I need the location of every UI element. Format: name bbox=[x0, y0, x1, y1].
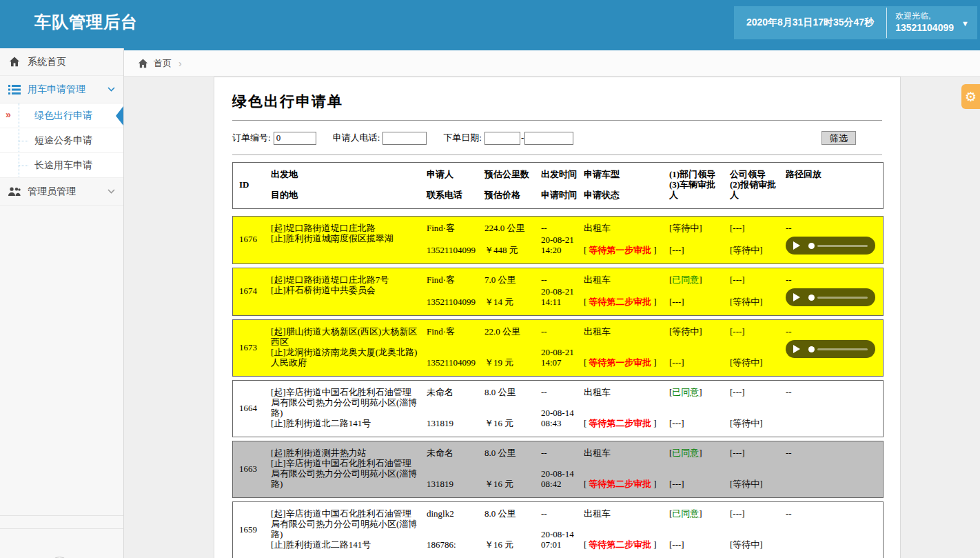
caret-down-icon[interactable]: ▼ bbox=[961, 18, 969, 30]
order-date-from-input[interactable] bbox=[484, 132, 520, 145]
apply-clock: 07:01 bbox=[541, 539, 578, 550]
bracket-close: ] bbox=[699, 223, 702, 233]
sidebar-item-label: 短途公务申请 bbox=[34, 134, 92, 147]
row-estimate: 8.0 公里 ￥16 元 bbox=[481, 381, 538, 437]
breadcrumb-home[interactable]: 首页 bbox=[154, 57, 172, 70]
apply-status-value: 等待第二步审批 bbox=[589, 479, 651, 489]
bracket-close: ] bbox=[742, 326, 744, 337]
player-slider-knob[interactable] bbox=[808, 346, 815, 352]
row-company-leader: [---] [等待中] bbox=[724, 381, 780, 437]
bracket-close: ] bbox=[681, 479, 684, 489]
row-estimate: 224.0 公里 ￥448 元 bbox=[481, 217, 538, 263]
sidebar-item-label: 系统首页 bbox=[28, 56, 66, 68]
row-dept-leader: [已同意] [---] bbox=[663, 441, 724, 497]
app-header: 车队管理后台 2020年8月31日17时35分47秒 欢迎光临, 1352110… bbox=[0, 0, 980, 48]
sidebar-item-green-travel[interactable]: » 绿色出行申请 bbox=[0, 103, 123, 128]
route-player[interactable] bbox=[786, 237, 875, 255]
bracket-close: ] bbox=[759, 357, 762, 368]
apply-date: 20-08-14 bbox=[541, 408, 578, 418]
header-origin: 出发地 bbox=[271, 169, 420, 179]
vehicle-type: 出租车 bbox=[584, 326, 660, 337]
player-track[interactable] bbox=[817, 245, 868, 247]
row-estimate: 22.0 公里 ￥19 元 bbox=[481, 320, 538, 376]
user-box: 2020年8月31日17时35分47秒 欢迎光临, 13521104099 ▼ bbox=[734, 6, 977, 39]
apply-status-value: 等待第二步审批 bbox=[589, 297, 651, 307]
sidebar-item-vehicle-apply[interactable]: 用车申请管理 bbox=[0, 76, 123, 103]
route-player[interactable] bbox=[786, 288, 875, 306]
bracket-close: ] bbox=[699, 326, 702, 337]
vehicle-approver: [---] bbox=[669, 245, 721, 255]
applicant-phone: 186786: bbox=[427, 539, 478, 550]
estimated-distance: 7.0 公里 bbox=[484, 275, 535, 285]
filter-button[interactable]: 筛选 bbox=[821, 131, 856, 145]
applicant-phone-input[interactable] bbox=[382, 132, 427, 145]
dest-address: [止]胜利街道北二路141号 bbox=[271, 418, 418, 428]
row-applicant: dinglk2 186786: bbox=[423, 502, 481, 558]
header-apply-time: 申请时间 bbox=[541, 190, 578, 200]
row-applicant: Find·客 13521104099 bbox=[423, 217, 481, 263]
header-reimburse-approver: (2)报销审批人 bbox=[730, 179, 777, 200]
content-area: 首页 › ⚙ 绿色出行申请单 订单编号: 申请人电话: 下单日期: - 筛选 I… bbox=[124, 48, 980, 558]
apply-date: 20-08-21 bbox=[541, 347, 578, 357]
order-date-to-input[interactable] bbox=[524, 132, 573, 145]
filter-bar: 订单编号: 申请人电话: 下单日期: - 筛选 bbox=[232, 131, 882, 155]
table-row: 1664 [起]辛店街道中国石化胜利石油管理局有限公司热力分公司明苑小区(淄博路… bbox=[232, 380, 884, 437]
player-track[interactable] bbox=[817, 297, 868, 299]
origin-address: [起]腊山街道大杨新区(西区)大杨新区西区 bbox=[271, 326, 418, 347]
bracket-open: [ bbox=[584, 418, 586, 428]
order-no-input[interactable] bbox=[274, 132, 316, 145]
sidebar-item-long-trip[interactable]: 长途用车申请 bbox=[0, 153, 123, 178]
date-range-separator: - bbox=[521, 132, 524, 143]
sidebar-item-short-trip[interactable]: 短途公务申请 bbox=[0, 128, 123, 153]
bracket-close: ] bbox=[681, 418, 684, 428]
applicant-phone: 131819 bbox=[427, 479, 478, 489]
reimburse-approver: [等待中] bbox=[730, 297, 777, 307]
apply-date: 20-08-21 bbox=[541, 235, 578, 245]
sidebar-footer-line bbox=[0, 528, 123, 529]
sidebar-item-home[interactable]: 系统首页 bbox=[0, 48, 123, 76]
bracket-close: ] bbox=[759, 479, 762, 489]
company-leader-value: --- bbox=[733, 223, 742, 233]
dest-address: [止]辛店街道中国石化胜利石油管理局有限公司热力分公司明苑小区(淄博路) bbox=[271, 458, 418, 489]
estimated-price: ￥19 元 bbox=[484, 357, 535, 368]
sidebar-item-admin[interactable]: 管理员管理 bbox=[0, 178, 123, 206]
row-times: -- 20-08-21 14:20 bbox=[538, 217, 580, 263]
user-phone: 13521104099 bbox=[895, 22, 954, 34]
table-row: 1663 [起]胜利街道测井热力站 [止]辛店街道中国石化胜利石油管理局有限公司… bbox=[232, 441, 884, 498]
bracket-close: ] bbox=[699, 448, 702, 458]
estimated-distance: 8.0 公里 bbox=[484, 387, 535, 397]
play-icon[interactable] bbox=[793, 345, 800, 353]
replay-placeholder: -- bbox=[786, 223, 880, 233]
applicant-phone: 13521104099 bbox=[427, 357, 478, 368]
row-id: 1676 bbox=[233, 217, 267, 263]
row-origin-dest: [起]堤口路街道堤口庄北路7号 [止]杆石桥街道中共委员会 bbox=[267, 268, 423, 315]
row-dept-leader: [等待中] [---] bbox=[663, 217, 724, 263]
route-player[interactable] bbox=[786, 340, 875, 358]
row-applicant: Find·客 13521104099 bbox=[423, 268, 481, 315]
bracket-close: ] bbox=[681, 297, 684, 307]
origin-address: [起]辛店街道中国石化胜利石油管理局有限公司热力分公司明苑小区(淄博路) bbox=[271, 508, 418, 539]
header-status: 申请状态 bbox=[584, 190, 660, 200]
play-icon[interactable] bbox=[793, 293, 800, 301]
player-track[interactable] bbox=[817, 348, 868, 350]
sidebar-item-label: 绿色出行申请 bbox=[34, 110, 92, 122]
applicant-phone-label: 申请人电话: bbox=[333, 132, 380, 144]
vehicle-approver-value: --- bbox=[672, 539, 681, 550]
player-slider-knob[interactable] bbox=[808, 295, 815, 301]
apply-time: 20-08-21 14:07 bbox=[541, 347, 578, 368]
bracket-open: [ bbox=[584, 479, 586, 489]
estimated-distance: 8.0 公里 bbox=[484, 448, 535, 458]
user-menu[interactable]: 欢迎光临, 13521104099 ▼ bbox=[887, 6, 977, 39]
settings-gear-button[interactable]: ⚙ bbox=[961, 84, 980, 109]
player-slider-knob[interactable] bbox=[808, 243, 815, 249]
play-icon[interactable] bbox=[793, 241, 800, 250]
row-origin-dest: [起]辛店街道中国石化胜利石油管理局有限公司热力分公司明苑小区(淄博路) [止]… bbox=[267, 502, 423, 558]
header-replay: 路径回放 bbox=[786, 169, 880, 179]
header-origin-dest: 出发地 目的地 bbox=[267, 163, 423, 208]
vehicle-approver-value: --- bbox=[672, 297, 681, 307]
header-phone: 联系电话 bbox=[427, 190, 478, 200]
row-origin-dest: [起]堤口路街道堤口庄北路 [止]胜利街道城南度假区揽翠湖 bbox=[267, 217, 423, 263]
replay-placeholder: -- bbox=[786, 275, 880, 285]
vehicle-approver-value: --- bbox=[672, 245, 681, 255]
row-id: 1663 bbox=[233, 441, 267, 497]
